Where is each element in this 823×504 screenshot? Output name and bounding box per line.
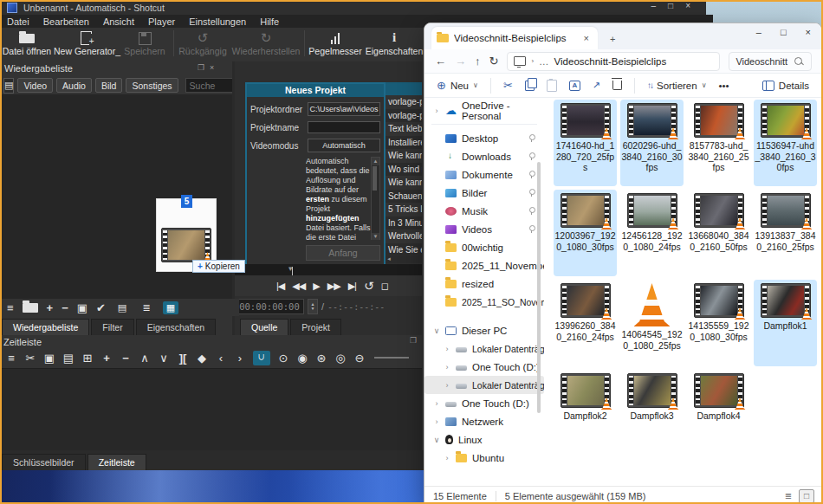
- menu-hilfe[interactable]: Hilfe: [260, 16, 279, 27]
- forward-button[interactable]: →: [455, 55, 466, 68]
- video-mode-button[interactable]: Automatisch: [308, 139, 380, 152]
- prev-marker-icon[interactable]: ‹: [215, 352, 227, 365]
- sort-button[interactable]: ↑↓ Sortieren∨: [647, 81, 707, 91]
- file-item[interactable]: 1741640-hd_1280_720_25fps: [554, 100, 617, 186]
- undo-button[interactable]: ↺ Rückgängig: [176, 28, 230, 56]
- tab-wiedergabeliste[interactable]: Wiedergabeliste: [2, 319, 89, 335]
- playlist-view-icon[interactable]: ▤: [3, 78, 14, 94]
- ripple-markers-icon[interactable]: ◎: [334, 352, 347, 365]
- sidebar-item-desktop[interactable]: Desktop: [424, 129, 544, 147]
- paste-button[interactable]: [547, 80, 557, 92]
- loop-button[interactable]: ↺: [364, 279, 373, 293]
- track-down-icon[interactable]: ∨: [158, 352, 170, 365]
- address-ellipsis[interactable]: …: [539, 56, 549, 67]
- play-button[interactable]: ▶: [313, 281, 319, 292]
- tab-eigenschaften[interactable]: Eigenschaften: [136, 319, 217, 335]
- timeline-panel-header[interactable]: Zeitleiste ❐: [0, 336, 425, 347]
- cut-button[interactable]: ✂: [503, 79, 513, 92]
- sidebar-item-00wichtig[interactable]: 00wichtig: [424, 238, 544, 256]
- filter-tab-audio[interactable]: Audio: [56, 78, 92, 93]
- save-button[interactable]: Speichern: [118, 28, 172, 56]
- sidebar-item-onedrive[interactable]: ›☁OneDrive - Personal: [424, 101, 544, 120]
- recent-item[interactable]: 5 Tricks Les: [386, 203, 422, 216]
- sidebar-item-downloads[interactable]: Downloads: [424, 147, 544, 165]
- share-button[interactable]: ↗: [593, 80, 600, 91]
- filter-tab-video[interactable]: Video: [17, 78, 53, 93]
- sidebar-item-drive-f[interactable]: ›Lokaler Datenträger (F:): [424, 376, 544, 394]
- open-file-button[interactable]: Datei öffnen: [0, 28, 54, 56]
- close-button[interactable]: ×: [806, 27, 811, 37]
- file-item[interactable]: 8157783-uhd_3840_2160_25fps: [687, 100, 750, 186]
- sidebar-item-linux[interactable]: ∨Linux: [424, 430, 544, 449]
- description-scrollbar[interactable]: ▲▼: [371, 157, 380, 240]
- recent-item[interactable]: Schauen Si: [386, 190, 422, 204]
- redo-button[interactable]: ↻ Wiederherstellen: [230, 28, 302, 56]
- playlist-menu-icon[interactable]: ≡: [7, 301, 14, 314]
- check-icon[interactable]: ✔: [96, 301, 106, 314]
- zoom-fit-button[interactable]: ◻: [381, 281, 388, 292]
- sidebar-item-musik[interactable]: Musik: [424, 202, 544, 220]
- tab-schluesselbilder[interactable]: Schlüsselbilder: [2, 454, 86, 470]
- icons-view-toggle[interactable]: □: [799, 489, 814, 503]
- file-item[interactable]: 14135559_1920_1080_30fps: [687, 280, 750, 366]
- rename-button[interactable]: A: [569, 81, 580, 91]
- grid-view-icon[interactable]: ▦: [163, 301, 178, 314]
- panel-close-icon[interactable]: ×: [210, 63, 214, 72]
- timeline-menu-icon[interactable]: ≡: [5, 352, 17, 365]
- recent-hscrollbar[interactable]: [386, 256, 422, 263]
- add-track-icon[interactable]: +: [100, 352, 113, 365]
- details-view-icon[interactable]: ▤: [114, 301, 130, 314]
- file-item[interactable]: 12003967_1920_1080_30fps: [554, 190, 617, 276]
- panel-float-icon[interactable]: ❐: [198, 63, 204, 72]
- sidebar-item-dokumente[interactable]: Dokumente: [424, 165, 544, 184]
- file-item[interactable]: 13668040_3840_2160_50fps: [687, 190, 750, 276]
- file-item[interactable]: 13913837_3840_2160_25fps: [754, 190, 817, 276]
- recent-item[interactable]: Wertvolle F: [386, 229, 422, 243]
- scrub-icon[interactable]: ⊙: [277, 352, 289, 365]
- file-item[interactable]: 12456128_1920_1080_24fps: [620, 190, 684, 276]
- filter-tab-bild[interactable]: Bild: [95, 78, 123, 93]
- menu-player[interactable]: Player: [148, 16, 175, 27]
- file-item[interactable]: 14064545_1920_1080_25fps: [620, 280, 684, 366]
- cut-icon[interactable]: ✂: [24, 352, 36, 365]
- sidebar-item-2025-11-november[interactable]: 2025_11_November: [424, 256, 544, 275]
- project-folder-button[interactable]: C:\Users\aw\Videos: [308, 102, 380, 116]
- file-item[interactable]: Dampflok2: [554, 370, 617, 456]
- sidebar-item-ubuntu[interactable]: ›Ubuntu: [424, 449, 544, 467]
- skip-start-button[interactable]: |◀: [276, 281, 284, 292]
- ripple-all-icon[interactable]: ⊛: [315, 352, 327, 365]
- list-view-toggle[interactable]: ≣: [781, 490, 795, 502]
- file-item[interactable]: 6020296-uhd_3840_2160_30fps: [620, 100, 684, 186]
- recent-item[interactable]: Wie Sie ein: [386, 243, 422, 257]
- minimize-button[interactable]: –: [651, 1, 657, 10]
- recent-item[interactable]: Wo sind m: [386, 163, 422, 177]
- file-item[interactable]: Dampflok1: [754, 280, 817, 366]
- menu-bearbeiten[interactable]: Bearbeiten: [43, 16, 89, 27]
- back-button[interactable]: ←: [435, 55, 446, 68]
- add-icon[interactable]: +: [47, 301, 54, 314]
- panel-float-icon[interactable]: ❐: [410, 336, 417, 345]
- project-name-input[interactable]: [308, 121, 380, 133]
- list-view-icon[interactable]: ≣: [139, 301, 154, 314]
- file-item[interactable]: Dampflok3: [620, 370, 684, 456]
- update-icon[interactable]: ▣: [77, 301, 87, 314]
- sidebar-item-drive-c[interactable]: ›Lokaler Datenträger (C:): [424, 339, 544, 358]
- tab-quelle[interactable]: Quelle: [240, 319, 288, 335]
- recent-item[interactable]: vorlage-pc: [386, 95, 422, 109]
- close-button[interactable]: ×: [685, 1, 690, 10]
- sidebar-item-one-touch-d[interactable]: ›One Touch (D:): [424, 358, 544, 376]
- playlist-panel-header[interactable]: Wiedergabeliste ❐ ×: [0, 61, 237, 75]
- search-box[interactable]: [729, 52, 812, 71]
- details-pane-button[interactable]: Details: [762, 81, 809, 91]
- player-seekbar[interactable]: ▾: [235, 264, 422, 275]
- track-up-icon[interactable]: ∧: [139, 352, 151, 365]
- sidebar-item-resized[interactable]: resized: [424, 275, 544, 293]
- sidebar-item-dieser-pc[interactable]: ∨Dieser PC: [424, 321, 544, 339]
- append-icon[interactable]: ⊞: [81, 352, 94, 365]
- ripple-icon[interactable]: ◉: [296, 352, 308, 365]
- menu-datei[interactable]: Datei: [7, 16, 29, 27]
- rewind-button[interactable]: ◀◀: [292, 281, 305, 292]
- recent-item[interactable]: vorlage-pc: [386, 109, 422, 123]
- new-button[interactable]: ⊕Neu∨: [437, 79, 478, 92]
- maximize-button[interactable]: □: [781, 27, 787, 37]
